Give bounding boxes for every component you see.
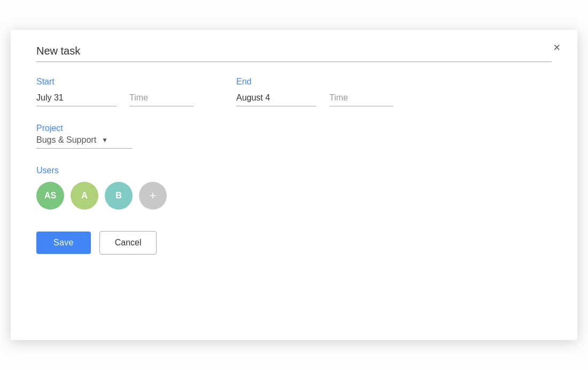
dialog-overlay: × Start End Project Bugs & Supp [0,0,588,370]
project-dropdown[interactable]: Bugs & Support ▼ [36,135,133,149]
users-section: Users AS A B + [36,166,552,210]
start-date-time-row [36,93,194,106]
avatar-as[interactable]: AS [36,182,64,210]
save-button[interactable]: Save [36,232,91,254]
avatar-b[interactable]: B [105,182,133,210]
end-date-input[interactable] [236,93,316,106]
project-selected-value: Bugs & Support [36,135,96,145]
start-label: Start [36,77,194,87]
project-label: Project [36,124,552,133]
close-button[interactable]: × [549,40,564,56]
end-date-time-row [236,93,393,106]
add-user-button[interactable]: + [139,182,167,210]
start-time-input[interactable] [129,93,194,106]
start-field-group: Start [36,77,194,106]
users-label: Users [36,166,552,175]
task-title-input[interactable] [36,45,552,62]
start-date-input[interactable] [36,93,117,106]
end-label: End [236,77,393,87]
users-avatars: AS A B + [36,182,552,210]
end-time-input[interactable] [329,93,393,106]
actions-row: Save Cancel [36,231,552,255]
cancel-button[interactable]: Cancel [99,231,157,255]
end-field-group: End [236,77,393,106]
date-fields-row: Start End [36,77,552,106]
avatar-a[interactable]: A [71,182,98,210]
new-task-dialog: × Start End Project Bugs & Supp [11,30,577,340]
project-section: Project Bugs & Support ▼ [36,124,552,149]
chevron-down-icon: ▼ [102,136,108,144]
